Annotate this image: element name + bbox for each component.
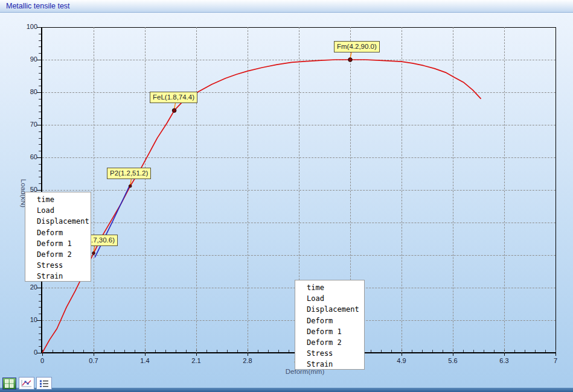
menu-item-deform[interactable]: Deform [295,315,364,326]
x-tick-label: 2.1 [183,357,210,364]
menu-item-strain[interactable]: Strain [295,359,364,370]
annotation-label-P1[interactable]: .7,30.6) [88,235,118,246]
annotation-label-P2[interactable]: P2(1.2,51.2) [107,168,151,179]
annotation-label-FeL[interactable]: FeL(1.8,74.4) [150,92,197,103]
y-tick-label: 70 [10,121,37,128]
window-title: Metallic tensile test [6,0,70,12]
x-tick-label: 4.9 [388,357,415,364]
menu-item-deform-1[interactable]: Deform 1 [25,238,91,249]
menu-item-deform[interactable]: Deform [25,227,91,238]
y-tick-label: 80 [10,88,37,95]
y-tick-label: 20 [10,283,37,291]
menu-item-load[interactable]: Load [295,293,364,304]
menu-item-displacement[interactable]: Displacement [25,216,91,227]
annotation-label-Fm[interactable]: Fm(4.2,90.0) [334,41,380,52]
menu-item-displacement[interactable]: Displacement [295,304,364,315]
plot-right-border [555,27,556,353]
x-tick-label: 7 [542,357,569,364]
x-tick-label: 1.4 [132,357,158,364]
menu-item-load[interactable]: Load [25,205,91,216]
y-tick-label: 90 [10,55,37,63]
window-bottom-edge [0,388,573,392]
menu-item-deform-1[interactable]: Deform 1 [295,326,364,337]
popup-menu-bottom: timeLoadDisplacementDeformDeform 1Deform… [295,280,365,370]
title-bar[interactable]: Metallic tensile test [0,0,573,13]
menu-item-time[interactable]: time [295,282,364,293]
y-tick-label: 60 [10,153,37,160]
y-tick-label: 0 [10,349,37,356]
menu-item-stress[interactable]: Stress [25,260,91,271]
application-window: Metallic tensile test Load(kN) Deform(mm… [0,0,573,392]
x-tick-label: 6.3 [491,357,517,364]
popup-menu-left: timeLoadDisplacementDeformDeform 1Deform… [25,192,91,282]
list-icon [38,379,50,388]
menu-item-deform-2[interactable]: Deform 2 [25,249,91,260]
x-tick-label: 2.8 [234,357,261,364]
y-axis-major-ticks [37,27,41,353]
chart-icon [21,379,33,388]
x-tick-label: 0.7 [80,357,107,364]
menu-item-strain[interactable]: Strain [25,271,91,282]
menu-item-deform-2[interactable]: Deform 2 [295,337,364,348]
x-tick-label: 0 [29,357,56,364]
y-tick-label: 100 [10,23,37,30]
menu-item-stress[interactable]: Stress [295,348,364,359]
grid-view-button[interactable] [2,378,16,390]
y-tick-label: 10 [10,316,37,323]
chart-view-button[interactable] [19,377,34,390]
grid-icon [4,379,15,388]
list-view-button[interactable] [36,377,52,390]
x-tick-label: 5.6 [440,357,466,364]
menu-item-time[interactable]: time [25,194,91,205]
